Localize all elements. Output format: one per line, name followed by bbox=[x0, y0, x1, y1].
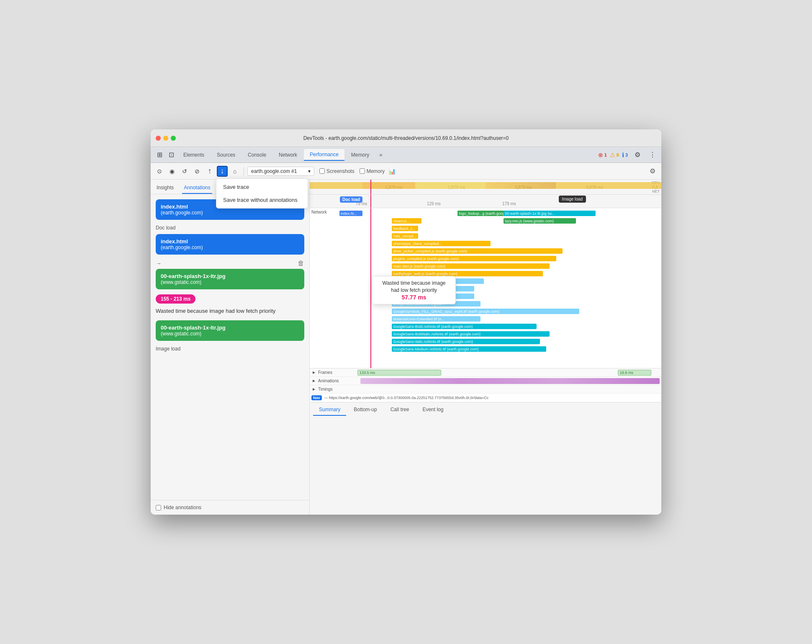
annotation-card4-title: 00-earth-splash-1x-ltr.jpg bbox=[161, 325, 299, 331]
bar-googlesans-medium[interactable]: GoogleSans-Medium.nohints.ttf (earth.goo… bbox=[392, 346, 546, 352]
bar-drive[interactable]: drive_picker_compiled.js (earth.google.c… bbox=[392, 248, 563, 254]
performance-settings-icon[interactable]: ⚙ bbox=[647, 166, 658, 177]
bar-plugins[interactable]: plugins_compiled.js (earth.google.com) bbox=[392, 256, 556, 261]
doc-load-subtitle: (earth.google.com) bbox=[161, 210, 299, 216]
clear-button[interactable]: ⊘ bbox=[192, 166, 203, 177]
more-options-icon[interactable]: ⋮ bbox=[647, 149, 658, 160]
url-dropdown-icon: ▾ bbox=[308, 168, 311, 174]
download-button[interactable]: ↓ Save trace Save trace without annotati… bbox=[217, 166, 228, 177]
url-selector[interactable]: earth.google.com #1 ▾ bbox=[247, 167, 314, 176]
download-dropdown: Save trace Save trace without annotation… bbox=[216, 178, 308, 209]
net-bar-index[interactable]: index.ht... bbox=[339, 211, 362, 216]
net-label: NET bbox=[652, 189, 660, 193]
annotation-card-4[interactable]: 00-earth-splash-1x-ltr.jpg (www.gstatic.… bbox=[156, 320, 304, 341]
bar-main-dart[interactable]: main.dart.js (earth.google.com) bbox=[392, 263, 550, 269]
frames-segment-1: 133.5 ms bbox=[357, 370, 441, 376]
bar-googlesans-bolditalic[interactable]: GoogleSans-BoldItalic.nohints.ttf (earth… bbox=[392, 331, 550, 337]
tab-performance[interactable]: Performance bbox=[304, 149, 344, 161]
memory-checkbox-group: Memory bbox=[360, 168, 385, 174]
screenshots-checkbox-group: Screenshots bbox=[319, 168, 355, 174]
tab-event-log[interactable]: Event log bbox=[416, 404, 449, 416]
network-bars-area: clearcut... feedback_c... hats_compil...… bbox=[333, 217, 661, 368]
bar-googlematerial[interactable]: GoogleMaterialIcons-Regular... bbox=[392, 301, 481, 307]
sidebar-content: index.html (earth.google.com) Doc load i… bbox=[151, 194, 309, 500]
record-button[interactable]: ⊙ bbox=[154, 166, 165, 177]
frames-chevron-icon: ▶ bbox=[311, 370, 316, 375]
frames-segment-2: 16.6 ms bbox=[618, 370, 651, 376]
devtools-window: DevTools - earth.google.com/static/multi… bbox=[151, 129, 661, 515]
save-trace-item[interactable]: Save trace bbox=[216, 180, 308, 193]
upload-button[interactable]: ↑ bbox=[204, 166, 215, 177]
devtools-nav-icon[interactable]: ⊞ bbox=[154, 149, 165, 160]
tab-memory[interactable]: Memory bbox=[345, 149, 375, 160]
delete-annotation-button[interactable]: 🗑 bbox=[298, 260, 304, 267]
bottom-sections-area: ▶ Frames 133.5 ms 16.6 ms ▶ Animations bbox=[310, 368, 661, 402]
cpu-minimap bbox=[310, 182, 661, 189]
bar-hats[interactable]: hats_compil... bbox=[392, 233, 418, 239]
frames-row-header[interactable]: ▶ Frames 133.5 ms 16.6 ms bbox=[310, 368, 661, 377]
ruler-tick-3: 179 ms bbox=[502, 201, 516, 206]
bar-googlesans-italic[interactable]: GoogleSans-Italic.nohints.ttf (earth.goo… bbox=[392, 339, 540, 344]
memory-checkbox[interactable] bbox=[360, 168, 365, 174]
tab-right-area: ⊗ 1 ⚠ 8 ℹ 3 ⚙ ⋮ bbox=[598, 149, 658, 160]
tab-bar: ⊞ ⊡ Elements Sources Console Network Per… bbox=[151, 147, 661, 163]
error-count[interactable]: ⊗ 1 ⚠ 8 ℹ 3 bbox=[598, 152, 628, 158]
tab-bottom-up[interactable]: Bottom-up bbox=[348, 404, 383, 416]
net-bar-earth-splash[interactable]: 00-earth-splash-1x-ltr.jpg (w... bbox=[504, 211, 596, 216]
tab-more[interactable]: » bbox=[376, 149, 385, 160]
image-load-tooltip-box: Image load bbox=[559, 196, 586, 203]
hide-annotations-checkbox[interactable] bbox=[156, 505, 161, 510]
arrow-row: → 🗑 bbox=[156, 260, 304, 267]
tab-network[interactable]: Network bbox=[273, 149, 303, 160]
sidebar-tab-insights[interactable]: Insights bbox=[155, 182, 175, 194]
network-row-1: index.ht... logo_lookup...g (earth.googl… bbox=[333, 210, 661, 217]
nav-pill-label: Nav bbox=[311, 395, 322, 400]
save-trace-no-annotations-item[interactable]: Save trace without annotations bbox=[216, 193, 308, 206]
url-value: earth.google.com #1 bbox=[251, 168, 297, 174]
minimize-button[interactable] bbox=[163, 136, 168, 141]
bar-feedback[interactable]: feedback_c... bbox=[392, 226, 418, 231]
timeline-ruler-large: 1,879 ms 2,879 ms 3,879 ms 4,879 ms 5,8 … bbox=[310, 180, 661, 195]
bar-googlesymbols[interactable]: GoogleSymbols_FILL_GRAD_opsz_wght.ttf (e… bbox=[392, 309, 579, 314]
tab-elements[interactable]: Elements bbox=[177, 149, 210, 160]
bar-earthplugin[interactable]: earthplugin_web.js (earth.google.com) bbox=[392, 271, 543, 276]
nav-row: Nav — https://earth.google.com/web/@0...… bbox=[310, 394, 661, 402]
doc-load-annotation: Doc load bbox=[340, 196, 362, 203]
annotation-card4-subtitle: (www.gstatic.com) bbox=[161, 331, 299, 337]
time-range-badge: 155 - 213 ms bbox=[156, 294, 195, 304]
doc-load-label: Doc load bbox=[156, 225, 304, 231]
annotation-card2-title: index.html bbox=[161, 238, 299, 245]
bar-earthicons[interactable]: EarthIcons-Regular.otf (earth... bbox=[392, 294, 474, 299]
warning-count-number: 8 bbox=[617, 152, 619, 157]
main-area: Insights Annotations index.html (earth.g… bbox=[151, 180, 661, 515]
start-profiling-button[interactable]: ◉ bbox=[167, 166, 177, 177]
tab-call-tree[interactable]: Call tree bbox=[385, 404, 415, 416]
tab-summary[interactable]: Summary bbox=[313, 404, 346, 416]
bar-fontmanifest[interactable]: FontManifest.json (earth.goo... bbox=[392, 278, 484, 284]
close-button[interactable] bbox=[156, 136, 161, 141]
bar-all1p[interactable]: All1PIcons-Regular.otf (earth.... bbox=[392, 286, 474, 291]
error-count-number: 1 bbox=[604, 152, 607, 157]
tab-console[interactable]: Console bbox=[242, 149, 272, 160]
screenshots-checkbox[interactable] bbox=[319, 168, 325, 174]
bar-materialicons[interactable]: MaterialIcons-Extended.ttf (e... bbox=[392, 316, 481, 322]
timings-label: Timings bbox=[318, 387, 333, 392]
network-area: Network index.ht... logo_lookup...g (ear… bbox=[310, 208, 661, 368]
timings-row-header[interactable]: ▶ Timings bbox=[310, 385, 661, 394]
animations-row-header[interactable]: ▶ Animations bbox=[310, 377, 661, 385]
settings-icon[interactable]: ⚙ bbox=[632, 149, 643, 160]
bar-googlesans-bold[interactable]: GoogleSans-Bold.nohints.ttf (earth.googl… bbox=[392, 324, 536, 329]
reload-button[interactable]: ↺ bbox=[179, 166, 190, 177]
maximize-button[interactable] bbox=[171, 136, 176, 141]
home-button[interactable]: ⌂ bbox=[229, 166, 240, 177]
memory-chart-icon[interactable]: 📊 bbox=[386, 166, 397, 177]
annotation-card-2[interactable]: index.html (earth.google.com) bbox=[156, 234, 304, 255]
bar-phenotype[interactable]: phenotype_client_compiled... bbox=[392, 241, 491, 246]
bar-clearcut[interactable]: clearcut... bbox=[392, 218, 421, 224]
timeline-ruler-small: Doc load Image load 79 ms 129 ms 179 ms bbox=[310, 195, 661, 208]
network-section-label: Network bbox=[311, 210, 327, 214]
element-picker-icon[interactable]: ⊡ bbox=[166, 149, 177, 160]
tab-sources[interactable]: Sources bbox=[211, 149, 241, 160]
sidebar-tab-annotations[interactable]: Annotations bbox=[182, 182, 212, 194]
annotation-card-3[interactable]: 00-earth-splash-1x-ltr.jpg (www.gstatic.… bbox=[156, 269, 304, 289]
